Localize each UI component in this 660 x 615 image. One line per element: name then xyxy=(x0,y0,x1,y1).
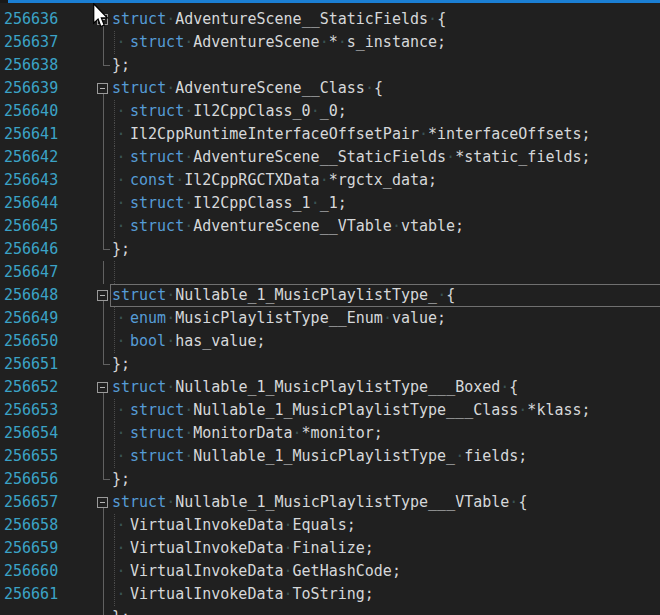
code-line[interactable]: 256647 xyxy=(0,261,660,284)
code-line[interactable]: }; xyxy=(0,606,660,615)
code-line[interactable]: 256641·Il2CppRuntimeInterfaceOffsetPair·… xyxy=(0,123,660,146)
code-line[interactable]: 256651}; xyxy=(0,353,660,376)
keyword-token: struct xyxy=(130,447,184,465)
line-number[interactable]: 256644 xyxy=(4,192,90,215)
line-number[interactable]: 256655 xyxy=(4,445,90,468)
line-number[interactable]: 256654 xyxy=(4,422,90,445)
code-line[interactable]: 256638}; xyxy=(0,54,660,77)
fold-guide-line xyxy=(103,399,104,422)
line-number[interactable]: 256649 xyxy=(4,307,90,330)
code-line[interactable]: 256643·const·Il2CppRGCTXData·*rgctx_data… xyxy=(0,169,660,192)
code-line[interactable]: 256655·struct·Nullable_1_MusicPlaylistTy… xyxy=(0,445,660,468)
code-line[interactable]: 256653·struct·Nullable_1_MusicPlaylistTy… xyxy=(0,399,660,422)
code-line[interactable]: 256650·bool·has_value; xyxy=(0,330,660,353)
code-line[interactable]: 256639struct·AdventureScene__Class·{ xyxy=(0,77,660,100)
whitespace-dot: · xyxy=(446,148,455,166)
line-number[interactable]: 256652 xyxy=(4,376,90,399)
identifier-token: VirtualInvokeData·GetHashCode; xyxy=(130,562,401,580)
line-number[interactable]: 256641 xyxy=(4,123,90,146)
indent-whitespace-dot: · xyxy=(112,146,130,169)
line-number[interactable]: 256637 xyxy=(4,31,90,54)
keyword-token: struct xyxy=(130,401,184,419)
current-line-frame xyxy=(110,284,660,307)
whitespace-dot: · xyxy=(365,79,374,97)
identifier-token: ·has_value; xyxy=(166,332,265,350)
line-number[interactable]: 256640 xyxy=(4,100,90,123)
code-line[interactable]: 256658·VirtualInvokeData·Equals; xyxy=(0,514,660,537)
code-line[interactable]: 256646}; xyxy=(0,238,660,261)
indent-whitespace-dot: · xyxy=(112,445,130,468)
code-text: struct·Nullable_1_MusicPlaylistType___Bo… xyxy=(112,376,518,399)
code-line[interactable]: 256645·struct·AdventureScene__VTable·vta… xyxy=(0,215,660,238)
line-number[interactable]: 256647 xyxy=(4,261,90,284)
line-number[interactable]: 256646 xyxy=(4,238,90,261)
code-text: ·VirtualInvokeData·Finalize; xyxy=(112,537,374,560)
fold-collapse-icon[interactable] xyxy=(97,83,108,94)
line-number[interactable]: 256639 xyxy=(4,77,90,100)
keyword-token: struct xyxy=(130,102,184,120)
whitespace-dot: · xyxy=(428,10,437,28)
line-number[interactable]: 256656 xyxy=(4,468,90,491)
line-number[interactable]: 256661 xyxy=(4,583,90,606)
code-line[interactable]: 256642·struct·AdventureScene__StaticFiel… xyxy=(0,146,660,169)
whitespace-dot: · xyxy=(166,10,175,28)
code-text: ·struct·Il2CppClass_1·_1; xyxy=(112,192,347,215)
identifier-token: ·AdventureScene·*·s_instance; xyxy=(184,33,446,51)
fold-end-tick xyxy=(103,479,110,480)
code-line[interactable]: 256661·VirtualInvokeData·ToString; xyxy=(0,583,660,606)
fold-collapse-icon[interactable] xyxy=(97,382,108,393)
whitespace-dot: · xyxy=(284,539,293,557)
identifier-token: ·Nullable_1_MusicPlaylistType___Class·*k… xyxy=(184,401,590,419)
line-number[interactable]: 256658 xyxy=(4,514,90,537)
line-number[interactable]: 256643 xyxy=(4,169,90,192)
fold-guide-line xyxy=(103,307,104,330)
indent-whitespace-dot: · xyxy=(112,560,130,583)
whitespace-dot: · xyxy=(500,378,509,396)
accent-bar-notch xyxy=(0,0,8,3)
code-line[interactable]: 256652struct·Nullable_1_MusicPlaylistTyp… xyxy=(0,376,660,399)
line-number[interactable]: 256645 xyxy=(4,215,90,238)
line-number[interactable]: 256638 xyxy=(4,54,90,77)
line-number[interactable]: 256653 xyxy=(4,399,90,422)
code-text: }; xyxy=(112,353,130,376)
fold-collapse-icon[interactable] xyxy=(97,497,108,508)
code-text: struct·AdventureScene__Class·{ xyxy=(112,77,383,100)
line-number[interactable]: 256657 xyxy=(4,491,90,514)
keyword-token: struct xyxy=(112,79,166,97)
code-line[interactable]: 256637·struct·AdventureScene·*·s_instanc… xyxy=(0,31,660,54)
identifier-token: ·Il2CppRGCTXData·*rgctx_data; xyxy=(175,171,437,189)
code-line[interactable]: 256654·struct·MonitorData·*monitor; xyxy=(0,422,660,445)
code-line[interactable]: 256657struct·Nullable_1_MusicPlaylistTyp… xyxy=(0,491,660,514)
whitespace-dot: · xyxy=(455,447,464,465)
line-number[interactable]: 256650 xyxy=(4,330,90,353)
code-line[interactable]: 256656}; xyxy=(0,468,660,491)
whitespace-dot: · xyxy=(383,309,392,327)
code-text: ·struct·AdventureScene__VTable·vtable; xyxy=(112,215,464,238)
code-line[interactable]: 256648struct·Nullable_1_MusicPlaylistTyp… xyxy=(0,284,660,307)
line-number[interactable]: 256651 xyxy=(4,353,90,376)
keyword-token: struct xyxy=(130,424,184,442)
indent-whitespace-dot: · xyxy=(112,514,130,537)
code-text: ·struct·MonitorData·*monitor; xyxy=(112,422,383,445)
fold-collapse-icon[interactable] xyxy=(97,290,108,301)
line-number[interactable]: 256659 xyxy=(4,537,90,560)
line-number[interactable]: 256636 xyxy=(4,8,90,31)
identifier-token: ·MusicPlaylistType__Enum·value; xyxy=(166,309,446,327)
code-line[interactable]: 256649·enum·MusicPlaylistType__Enum·valu… xyxy=(0,307,660,330)
line-number[interactable]: 256660 xyxy=(4,560,90,583)
code-line[interactable]: 256644·struct·Il2CppClass_1·_1; xyxy=(0,192,660,215)
keyword-token: struct xyxy=(112,378,166,396)
identifier-token: ·Il2CppClass_0·_0; xyxy=(184,102,347,120)
whitespace-dot: · xyxy=(284,585,293,603)
keyword-token: const xyxy=(130,171,175,189)
identifier-token: }; xyxy=(112,470,130,488)
identifier-token: Il2CppRuntimeInterfaceOffsetPair·*interf… xyxy=(130,125,591,143)
indent-guide xyxy=(114,261,115,284)
code-line[interactable]: 256659·VirtualInvokeData·Finalize; xyxy=(0,537,660,560)
code-text: }; xyxy=(112,54,130,77)
code-line[interactable]: 256640·struct·Il2CppClass_0·_0; xyxy=(0,100,660,123)
code-line[interactable]: 256660·VirtualInvokeData·GetHashCode; xyxy=(0,560,660,583)
line-number[interactable]: 256648 xyxy=(4,284,90,307)
fold-guide-line xyxy=(103,514,104,537)
line-number[interactable]: 256642 xyxy=(4,146,90,169)
